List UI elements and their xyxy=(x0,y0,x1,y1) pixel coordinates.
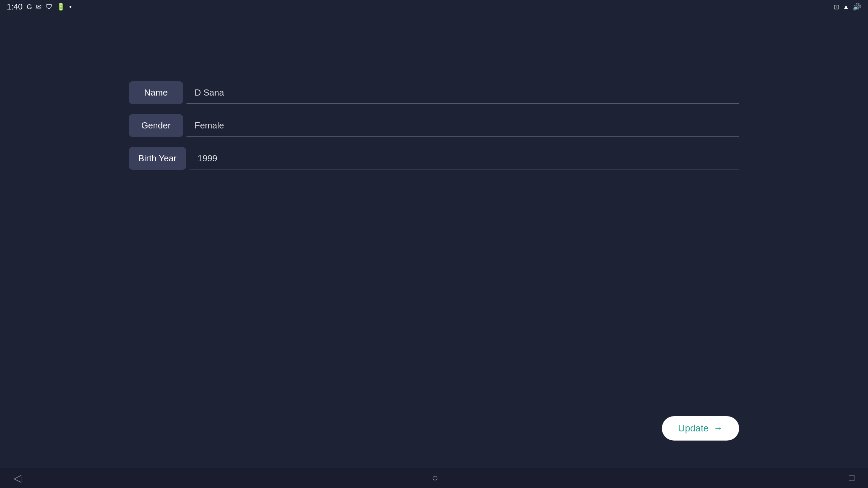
main-content: Name Gender Birth Year xyxy=(0,14,868,468)
google-icon: G xyxy=(27,3,32,11)
recent-nav-icon[interactable]: □ xyxy=(849,472,854,483)
update-button[interactable]: Update → xyxy=(662,416,739,441)
back-nav-icon[interactable]: ◁ xyxy=(14,472,21,484)
birth-year-field-row: Birth Year xyxy=(129,147,739,170)
name-input[interactable] xyxy=(195,87,731,98)
status-bar: 1:40 G ✉ 🛡 🔋 • ⊡ ▲ 🔊 xyxy=(0,0,868,14)
name-value-container[interactable] xyxy=(186,82,739,104)
name-label: Name xyxy=(129,81,183,104)
form-container: Name Gender Birth Year xyxy=(129,81,739,170)
volume-icon: 🔊 xyxy=(853,3,861,11)
gmail-icon: ✉ xyxy=(36,3,42,11)
wifi-icon: ▲ xyxy=(843,3,849,11)
arrow-right-icon: → xyxy=(713,423,723,434)
bottom-nav-bar: ◁ ○ □ xyxy=(0,468,868,488)
shield-icon: 🛡 xyxy=(46,3,53,11)
gender-label: Gender xyxy=(129,114,183,137)
screen-icon: ⊡ xyxy=(833,3,839,11)
name-field-row: Name xyxy=(129,81,739,104)
birth-year-value-container[interactable] xyxy=(190,148,739,169)
home-nav-icon[interactable]: ○ xyxy=(432,472,438,484)
battery-icon: 🔋 xyxy=(57,3,65,11)
gender-value-container[interactable] xyxy=(186,115,739,137)
status-bar-right: ⊡ ▲ 🔊 xyxy=(833,3,861,11)
update-label: Update xyxy=(678,423,709,434)
dot-icon: • xyxy=(69,3,72,11)
status-time: 1:40 xyxy=(7,2,23,12)
birth-year-input[interactable] xyxy=(198,153,731,164)
gender-field-row: Gender xyxy=(129,114,739,137)
gender-input[interactable] xyxy=(195,120,731,131)
status-bar-left: 1:40 G ✉ 🛡 🔋 • xyxy=(7,2,72,12)
birth-year-label: Birth Year xyxy=(129,147,186,170)
